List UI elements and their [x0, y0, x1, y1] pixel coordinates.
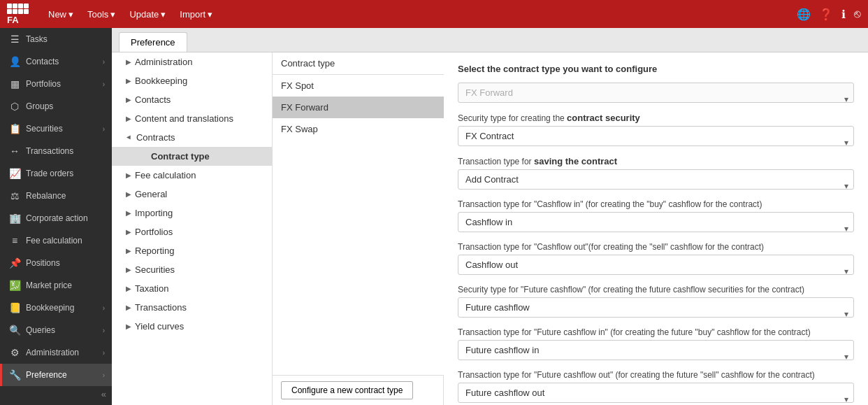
logout-icon[interactable]: ⎋	[854, 8, 861, 20]
main-layout: ☰ Tasks 👤 Contacts › ▦ Portfolios › ⬡ Gr…	[0, 28, 868, 405]
bottom-bar: Configure a new contract type	[273, 375, 443, 405]
sidebar-item-positions[interactable]: 📌 Positions	[0, 252, 112, 274]
tree-item-portfolios[interactable]: ▶ Portfolios	[112, 222, 272, 241]
cashflow-in-label: Transaction type for "Cashflow in" (for …	[458, 199, 854, 209]
form-title: Select the contract type you want to con…	[458, 64, 854, 74]
tree-arrow-administration: ▶	[126, 58, 131, 66]
future-cashflow-in-field: Transaction type for "Future cashflow in…	[458, 327, 854, 360]
cashflow-in-field: Transaction type for "Cashflow in" (for …	[458, 199, 854, 232]
transaction-type-save-field: Transaction type for saving the contract…	[458, 156, 854, 190]
three-panel: ▶ Administration ▶ Bookkeeping ▶ Contact…	[112, 52, 868, 405]
corporate-action-icon: 🏢	[9, 213, 20, 224]
contacts-icon: 👤	[9, 56, 20, 67]
info-icon[interactable]: ℹ	[841, 8, 846, 21]
tree-arrow-content-translations: ▶	[126, 115, 131, 122]
list-item-fx-forward[interactable]: FX Forward	[273, 97, 444, 118]
tree-item-contracts[interactable]: ▼ Contracts	[112, 128, 272, 147]
cashflow-in-select[interactable]: Cashflow in	[458, 212, 854, 232]
tree-item-fee-calculation[interactable]: ▶ Fee calculation	[112, 166, 272, 185]
top-menu: New ▾ Tools ▾ Update ▾ Import ▾	[43, 6, 218, 22]
form-panel: Select the contract type you want to con…	[444, 52, 868, 405]
future-cashflow-out-select[interactable]: Future cashflow out	[458, 383, 854, 403]
sidebar-item-queries[interactable]: 🔍 Queries ›	[0, 319, 112, 341]
tree-arrow-contracts: ▼	[125, 134, 133, 141]
globe-icon[interactable]: 🌐	[797, 8, 811, 21]
sidebar-item-trade-orders[interactable]: 📈 Trade orders	[0, 162, 112, 185]
list-item-fx-spot[interactable]: FX Spot	[273, 75, 444, 97]
list-panel: Contract type FX Spot FX Forward FX Swap	[273, 52, 444, 375]
market-price-icon: 💹	[9, 280, 20, 291]
list-panel-header: Contract type	[273, 52, 444, 75]
chevron-right-icon: ›	[103, 327, 105, 334]
sidebar-item-bookkeeping[interactable]: 📒 Bookkeeping ›	[0, 297, 112, 319]
help-icon[interactable]: ❓	[819, 8, 833, 21]
sidebar-item-portfolios[interactable]: ▦ Portfolios ›	[0, 73, 112, 95]
sidebar-item-administration[interactable]: ⚙ Administration ›	[0, 341, 112, 364]
chevron-right-icon: ›	[103, 125, 105, 133]
tree-item-taxation[interactable]: ▶ Taxation	[112, 279, 272, 298]
sidebar-item-fee-calculation[interactable]: ≡ Fee calculation	[0, 229, 112, 252]
tree-arrow-transactions: ▶	[126, 304, 131, 311]
future-cashflow-security-field: Security type for "Future cashflow" (for…	[458, 285, 854, 318]
tree-arrow-securities: ▶	[126, 266, 131, 273]
list-item-fx-swap[interactable]: FX Swap	[273, 118, 444, 140]
security-type-field: Security type for creating the contract …	[458, 113, 854, 146]
menu-tools[interactable]: Tools ▾	[82, 6, 121, 22]
sidebar-item-market-price[interactable]: 💹 Market price	[0, 274, 112, 297]
future-cashflow-in-select[interactable]: Future cashflow in	[458, 340, 854, 360]
menu-new[interactable]: New ▾	[43, 6, 79, 22]
sidebar-item-rebalance[interactable]: ⚖ Rebalance	[0, 185, 112, 207]
security-type-select[interactable]: FX Contract	[458, 126, 854, 146]
queries-icon: 🔍	[9, 325, 20, 336]
sidebar: ☰ Tasks 👤 Contacts › ▦ Portfolios › ⬡ Gr…	[0, 28, 112, 405]
sidebar-item-securities[interactable]: 📋 Securities ›	[0, 118, 112, 140]
tree-item-transactions[interactable]: ▶ Transactions	[112, 298, 272, 317]
sidebar-collapse-button[interactable]: «	[0, 386, 112, 402]
contract-type-select[interactable]: FX Forward	[458, 83, 854, 103]
sidebar-item-contacts[interactable]: 👤 Contacts ›	[0, 50, 112, 73]
tree-arrow-general: ▶	[126, 190, 131, 198]
securities-icon: 📋	[9, 123, 20, 134]
app-logo[interactable]: FA	[7, 3, 29, 25]
top-navigation: FA New ▾ Tools ▾ Update ▾ Import ▾ 🌐 ❓ ℹ…	[0, 0, 868, 28]
tree-item-yield-curves[interactable]: ▶ Yield curves	[112, 317, 272, 336]
trade-orders-icon: 📈	[9, 168, 20, 179]
future-cashflow-in-label: Transaction type for "Future cashflow in…	[458, 327, 854, 337]
tree-item-contract-type[interactable]: Contract type	[112, 147, 272, 166]
tree-item-content-translations[interactable]: ▶ Content and translations	[112, 109, 272, 128]
top-nav-right: 🌐 ❓ ℹ ⎋	[797, 8, 861, 21]
configure-new-button[interactable]: Configure a new contract type	[281, 381, 413, 399]
positions-icon: 📌	[9, 257, 20, 269]
tree-item-administration[interactable]: ▶ Administration	[112, 52, 272, 71]
sidebar-item-tasks[interactable]: ☰ Tasks	[0, 28, 112, 50]
tasks-icon: ☰	[9, 34, 20, 45]
menu-update[interactable]: Update ▾	[124, 6, 171, 22]
tree-arrow-importing: ▶	[126, 209, 131, 217]
sidebar-item-transactions[interactable]: ↔ Transactions	[0, 140, 112, 162]
future-cashflow-out-label: Transaction type for "Future cashflow ou…	[458, 370, 854, 380]
tree-item-contacts[interactable]: ▶ Contacts	[112, 90, 272, 109]
tree-item-bookkeeping[interactable]: ▶ Bookkeeping	[112, 71, 272, 90]
transaction-type-save-select[interactable]: Add Contract	[458, 169, 854, 190]
tree-item-importing[interactable]: ▶ Importing	[112, 204, 272, 222]
bookkeeping-icon: 📒	[9, 302, 20, 313]
cashflow-out-select[interactable]: Cashflow out	[458, 255, 854, 275]
future-cashflow-security-select[interactable]: Future cashflow	[458, 297, 854, 318]
tree-arrow-reporting: ▶	[126, 247, 131, 255]
sidebar-item-preference[interactable]: 🔧 Preference ›	[0, 364, 112, 386]
tree-arrow-yield-curves: ▶	[126, 322, 131, 330]
security-type-label: Security type for creating the contract …	[458, 113, 854, 123]
cashflow-out-field: Transaction type for "Cashflow out"(for …	[458, 242, 854, 275]
tree-item-general[interactable]: ▶ General	[112, 185, 272, 204]
tree-arrow-bookkeeping: ▶	[126, 77, 131, 85]
tree-item-securities[interactable]: ▶ Securities	[112, 260, 272, 279]
sidebar-item-corporate-action[interactable]: 🏢 Corporate action	[0, 207, 112, 229]
chevron-down-icon: ▾	[68, 9, 73, 20]
rebalance-icon: ⚖	[9, 190, 20, 201]
groups-icon: ⬡	[9, 101, 20, 112]
menu-import[interactable]: Import ▾	[174, 6, 218, 22]
tab-preference[interactable]: Preference	[119, 32, 187, 52]
sidebar-item-groups[interactable]: ⬡ Groups	[0, 95, 112, 118]
tree-item-reporting[interactable]: ▶ Reporting	[112, 241, 272, 260]
chevron-right-icon: ›	[103, 58, 105, 66]
